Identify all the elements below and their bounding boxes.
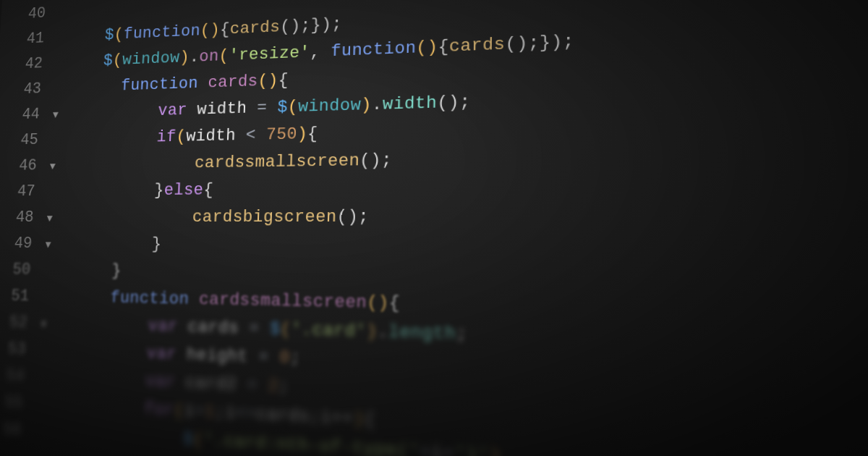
code-token xyxy=(64,77,122,97)
code-token: ; xyxy=(456,324,467,345)
fold-marker-icon xyxy=(33,381,49,381)
code-token: (); xyxy=(336,207,369,227)
code-token: cardssmallscreen xyxy=(199,290,367,313)
code-content[interactable]: } xyxy=(56,235,162,253)
code-content[interactable]: } xyxy=(54,261,122,281)
code-token: = xyxy=(239,318,271,339)
code-token: { xyxy=(307,124,318,144)
code-editor[interactable]: 4041 $(function(){cards();});42 $(window… xyxy=(0,0,868,456)
code-token: cards xyxy=(449,35,506,56)
line-number: 49 xyxy=(0,235,41,253)
code-token xyxy=(50,341,148,363)
code-token: card2 xyxy=(185,373,237,395)
code-token xyxy=(66,52,104,72)
code-token: < xyxy=(235,126,266,145)
code-token: ; xyxy=(278,377,290,397)
code-token xyxy=(187,101,197,119)
code-token: else xyxy=(163,181,204,200)
code-token: ; xyxy=(310,407,321,428)
code-token: } xyxy=(154,181,165,200)
code-token xyxy=(175,373,186,392)
code-token xyxy=(54,261,112,281)
code-token: 0 xyxy=(279,348,291,368)
code-token: var xyxy=(145,372,176,392)
code-token: cards xyxy=(256,405,310,427)
code-token: cards xyxy=(208,72,258,93)
code-token: (); xyxy=(505,33,540,54)
fold-marker-icon[interactable]: ▼ xyxy=(47,109,64,121)
code-token: $ xyxy=(277,98,288,117)
code-token xyxy=(59,181,155,200)
code-token: 'resize' xyxy=(229,43,310,65)
code-token: (); xyxy=(280,17,311,37)
code-token: ( xyxy=(280,320,291,340)
code-token: . xyxy=(372,95,383,114)
fold-marker-icon xyxy=(29,435,46,436)
code-token: window xyxy=(298,96,362,117)
code-token: width xyxy=(186,127,237,146)
code-token: { xyxy=(220,20,231,39)
code-token xyxy=(60,154,195,174)
code-token: + xyxy=(420,442,431,456)
code-token: i++ xyxy=(320,408,354,429)
code-token: , xyxy=(310,43,331,62)
code-token: . xyxy=(377,322,388,342)
code-token: { xyxy=(203,181,214,200)
code-token xyxy=(61,128,157,148)
code-token: cards xyxy=(187,318,239,339)
code-token: function xyxy=(123,22,200,43)
code-token: { xyxy=(438,37,449,56)
code-token: ); xyxy=(321,15,343,35)
code-token xyxy=(189,290,200,310)
fold-marker-icon[interactable]: ▼ xyxy=(44,161,61,172)
code-token: width xyxy=(383,93,438,114)
code-token xyxy=(63,102,158,123)
code-token: () xyxy=(367,293,389,313)
line-number: 47 xyxy=(0,182,43,200)
code-token: } xyxy=(310,16,321,35)
code-token: cardsbigscreen xyxy=(192,208,337,227)
code-token xyxy=(56,235,152,253)
line-number: 40 xyxy=(1,4,54,25)
code-token: = xyxy=(247,347,279,368)
code-token: on xyxy=(199,47,219,66)
code-token: { xyxy=(278,71,289,90)
code-token: width xyxy=(197,99,247,119)
code-token: () xyxy=(200,21,220,40)
code-line[interactable]: 48▼ cardsbigscreen(); xyxy=(0,205,868,239)
code-token: } xyxy=(151,235,162,254)
code-token: 2 xyxy=(268,376,279,397)
fold-marker-icon xyxy=(52,41,68,42)
code-token: { xyxy=(364,410,375,431)
fold-marker-icon[interactable]: ▼ xyxy=(35,318,53,331)
fold-marker-icon[interactable]: ▼ xyxy=(40,239,56,250)
code-token: (); xyxy=(359,151,392,171)
code-token xyxy=(53,287,111,307)
code-token: '.card' xyxy=(291,320,367,342)
line-number: 41 xyxy=(0,29,53,48)
line-number: 45 xyxy=(0,131,46,150)
code-token: ( xyxy=(287,98,298,117)
line-number: 54 xyxy=(0,366,33,387)
code-token: 1 xyxy=(204,402,215,423)
code-content[interactable]: cardsbigscreen(); xyxy=(57,207,369,227)
line-number: 46 xyxy=(0,156,45,175)
line-number: 44 xyxy=(0,105,48,124)
code-token: window xyxy=(122,48,180,69)
code-token: var xyxy=(148,316,178,337)
code-token: function xyxy=(331,38,417,61)
code-token: } xyxy=(540,33,551,53)
fold-marker-icon xyxy=(49,92,65,93)
code-token: cardssmallscreen xyxy=(195,151,360,173)
code-token: var xyxy=(158,101,188,120)
code-token: ( xyxy=(193,430,204,450)
fold-marker-icon xyxy=(54,16,69,17)
line-number: 43 xyxy=(0,80,50,99)
code-token xyxy=(47,395,145,419)
code-token: ); xyxy=(551,32,574,53)
code-content[interactable]: }else{ xyxy=(59,181,214,200)
line-number: 55 xyxy=(0,392,31,413)
fold-marker-icon[interactable]: ▼ xyxy=(41,213,58,224)
code-token: function xyxy=(110,289,190,309)
code-token: ) xyxy=(179,48,190,67)
